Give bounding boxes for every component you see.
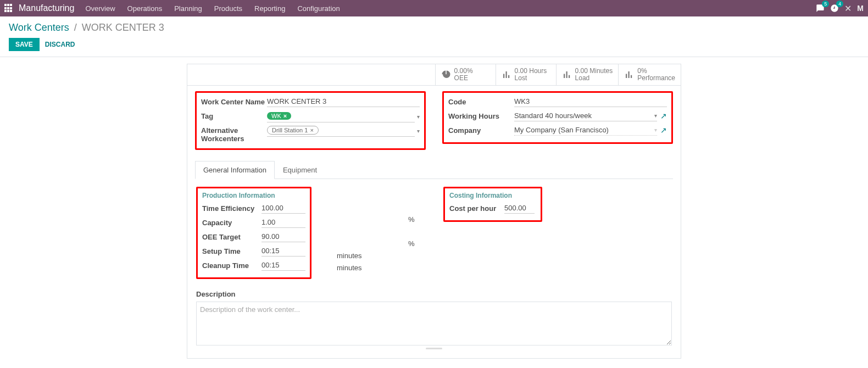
activities-icon[interactable]: 4 <box>830 4 839 13</box>
pie-chart-icon <box>441 70 451 80</box>
cleanup-label: Cleanup Time <box>202 260 261 270</box>
code-input[interactable] <box>514 96 667 107</box>
company-value: My Company (San Francisco) <box>514 125 652 135</box>
oee-target-input[interactable] <box>261 231 305 242</box>
breadcrumb: Work Centers / WORK CENTER 3 <box>9 22 859 34</box>
cph-input[interactable] <box>504 203 535 214</box>
messaging-icon[interactable]: 5 <box>816 4 825 13</box>
discard-button[interactable]: DISCARD <box>45 41 75 48</box>
nav-configuration[interactable]: Configuration <box>297 4 340 13</box>
field-tag: Tag WK× ▾ <box>201 110 420 122</box>
field-alt-wc: Alternative Workcenters Drill Station 1×… <box>201 125 420 143</box>
alt-input[interactable]: Drill Station 1× <box>267 125 415 137</box>
tag-label: Tag <box>201 110 267 120</box>
alt-remove-icon[interactable]: × <box>310 127 313 133</box>
tag-input[interactable]: WK× <box>267 110 415 122</box>
alt-chip-text: Drill Station 1 <box>272 127 308 133</box>
hours-input[interactable] <box>514 110 652 121</box>
costing-col: Costing Information Cost per hour <box>443 187 672 282</box>
alt-caret-icon[interactable]: ▾ <box>417 128 420 134</box>
stat-perf-label: Performance <box>637 75 675 82</box>
costing-section-title: Costing Information <box>449 192 536 199</box>
company-label: Company <box>448 125 514 135</box>
setup-input[interactable] <box>261 246 305 257</box>
capacity-label: Capacity <box>202 217 261 227</box>
alt-label: Alternative Workcenters <box>201 125 267 143</box>
name-input[interactable] <box>267 96 420 107</box>
hours-caret-icon[interactable]: ▾ <box>654 113 657 119</box>
hours-label: Working Hours <box>448 110 514 120</box>
apps-icon[interactable] <box>4 4 13 13</box>
navbar-right: 5 4 ✕ M <box>816 3 864 14</box>
tag-chip[interactable]: WK× <box>267 112 291 120</box>
production-section-title: Production Information <box>202 192 305 199</box>
content-area: 0.00%OEE 0.00 HoursLost 0.00 MinutesLoad… <box>0 57 868 368</box>
setup-label: Setup Time <box>202 246 261 255</box>
highlight-left: Work Center Name Tag WK× ▾ <box>195 91 426 150</box>
time-eff-label: Time Efficiency <box>202 203 261 213</box>
bar-chart-icon <box>502 70 511 80</box>
field-oee-target: OEE Target <box>202 231 305 243</box>
time-eff-input[interactable] <box>261 203 305 214</box>
company-external-link-icon[interactable]: ↗ <box>660 126 667 135</box>
stat-lost-label: Lost <box>515 75 547 82</box>
left-col: Work Center Name Tag WK× ▾ <box>195 91 426 153</box>
stat-oee-label: OEE <box>454 75 473 82</box>
highlight-costing: Costing Information Cost per hour <box>443 187 542 222</box>
navbar: Manufacturing Overview Operations Planni… <box>0 0 868 16</box>
app-name[interactable]: Manufacturing <box>19 3 74 13</box>
company-input-line: My Company (San Francisco) ▾ <box>514 125 657 136</box>
stat-lost[interactable]: 0.00 HoursLost <box>496 64 556 85</box>
tab-equipment[interactable]: Equipment <box>275 161 325 179</box>
button-box: 0.00%OEE 0.00 HoursLost 0.00 MinutesLoad… <box>187 64 681 86</box>
close-icon[interactable]: ✕ <box>844 3 852 14</box>
field-cleanup-time: Cleanup Time <box>202 260 305 272</box>
stat-load[interactable]: 0.00 MinutesLoad <box>556 64 619 85</box>
form-sheet: 0.00%OEE 0.00 HoursLost 0.00 MinutesLoad… <box>187 64 681 359</box>
breadcrumb-sep: / <box>74 22 77 33</box>
field-setup-time: Setup Time <box>202 246 305 258</box>
cleanup-minutes: minutes <box>337 264 362 272</box>
bar-chart-icon <box>562 70 572 80</box>
breadcrumb-parent[interactable]: Work Centers <box>9 22 69 33</box>
tag-caret-icon[interactable]: ▾ <box>417 114 420 120</box>
tab-content-general: Production Information Time Efficiency C… <box>195 179 673 350</box>
hours-external-link-icon[interactable]: ↗ <box>660 111 667 120</box>
tabs: General Information Equipment <box>195 161 673 179</box>
nav-products[interactable]: Products <box>214 4 242 13</box>
field-cost-per-hour: Cost per hour <box>449 203 536 215</box>
company-caret-icon[interactable]: ▾ <box>654 127 657 133</box>
header-two-col: Work Center Name Tag WK× ▾ <box>195 91 673 153</box>
setup-minutes: minutes <box>337 252 362 260</box>
nav-reporting[interactable]: Reporting <box>254 4 285 13</box>
tag-chip-text: WK <box>271 113 281 119</box>
oee-target-label: OEE Target <box>202 231 261 241</box>
info-two-col: Production Information Time Efficiency C… <box>196 187 672 282</box>
stat-performance[interactable]: 0%Performance <box>618 64 681 85</box>
cleanup-input[interactable] <box>261 260 305 271</box>
nav-planning[interactable]: Planning <box>174 4 202 13</box>
capacity-input[interactable] <box>261 217 305 228</box>
nav-overview[interactable]: Overview <box>85 4 115 13</box>
stat-oee[interactable]: 0.00%OEE <box>435 64 496 85</box>
highlight-production: Production Information Time Efficiency C… <box>196 187 311 279</box>
nav-operations[interactable]: Operations <box>127 4 163 13</box>
description-input[interactable] <box>196 302 672 345</box>
resize-handle[interactable] <box>196 347 672 349</box>
alt-chip[interactable]: Drill Station 1× <box>267 126 319 135</box>
tag-remove-icon[interactable]: × <box>283 113 287 119</box>
breadcrumb-current: WORK CENTER 3 <box>82 22 164 33</box>
field-name: Work Center Name <box>201 96 420 108</box>
cph-label: Cost per hour <box>449 203 504 213</box>
avatar[interactable]: M <box>857 4 864 13</box>
activities-badge: 4 <box>836 1 843 7</box>
oee-target-pct: % <box>408 239 415 248</box>
field-working-hours: Working Hours ▾ ↗ <box>448 110 667 122</box>
right-col: Code Working Hours ▾ ↗ <box>442 91 673 153</box>
save-button[interactable]: SAVE <box>9 38 40 51</box>
name-label: Work Center Name <box>201 96 267 106</box>
bar-chart-icon <box>624 70 634 80</box>
messaging-badge: 5 <box>822 1 829 7</box>
tab-general[interactable]: General Information <box>195 161 275 179</box>
stat-load-label: Load <box>575 75 613 82</box>
